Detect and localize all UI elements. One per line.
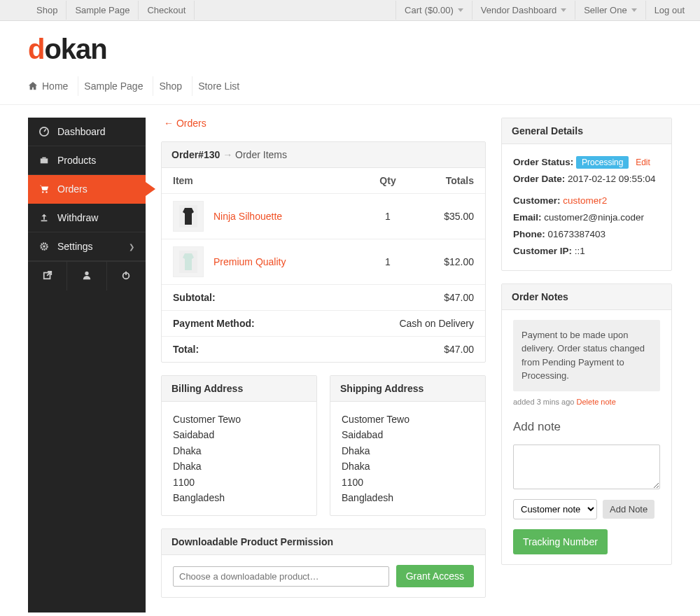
cart-label: Cart	[405, 5, 422, 15]
total-label: Total:	[173, 344, 370, 355]
order-item-row: Premium Quality 1 $12.00	[162, 239, 485, 285]
sidebar-item-label: Orders	[57, 183, 88, 195]
date-value: 2017-02-12 09:55:04	[568, 174, 655, 184]
user-icon	[82, 270, 92, 280]
order-item-row: Ninja Silhouette 1 $35.00	[162, 194, 485, 239]
topbar-logout[interactable]: Log out	[645, 1, 693, 20]
add-note-button[interactable]: Add Note	[603, 500, 654, 519]
upload-icon	[39, 213, 49, 223]
status-label: Order Status:	[513, 157, 573, 167]
date-label: Order Date:	[513, 174, 565, 184]
item-total: $12.00	[411, 256, 474, 267]
sidebar: Dashboard Products Orders Withdraw Setti…	[28, 118, 146, 612]
tracking-number-button[interactable]: Tracking Number	[513, 529, 608, 554]
shipping-body: Customer Tewo Saidabad Dhaka Dhaka 1100 …	[330, 402, 485, 515]
downloadable-permission-panel: Downloadable Product Permission Grant Ac…	[161, 528, 486, 598]
svg-point-7	[43, 245, 46, 248]
status-badge: Processing	[576, 156, 629, 169]
sidebar-item-label: Withdraw	[57, 212, 98, 223]
customer-label: Customer:	[513, 195, 561, 206]
delete-note-link[interactable]: Delete note	[577, 398, 616, 406]
general-title: General Details	[502, 118, 671, 144]
svg-point-4	[46, 191, 47, 192]
item-qty: 1	[370, 211, 405, 222]
billing-title: Billing Address	[162, 376, 316, 402]
sidebar-item-dashboard[interactable]: Dashboard	[28, 118, 146, 146]
nav-home[interactable]: Home	[28, 76, 78, 96]
product-link[interactable]: Premium Quality	[214, 256, 286, 267]
sidebar-external-link[interactable]	[28, 262, 67, 290]
add-note-textarea[interactable]	[513, 444, 660, 489]
topbar-vendor-dashboard[interactable]: Vendor Dashboard	[472, 1, 575, 20]
sidebar-item-withdraw[interactable]: Withdraw	[28, 204, 146, 232]
dpp-title: Downloadable Product Permission	[162, 529, 485, 555]
general-details-panel: General Details Order Status: Processing…	[501, 118, 672, 271]
header: dokan Home Sample Page Shop Store List	[0, 21, 700, 104]
col-totals: Totals	[411, 175, 474, 186]
email-label: Email:	[513, 212, 542, 223]
product-link[interactable]: Ninja Silhouette	[214, 211, 282, 222]
svg-point-9	[85, 272, 88, 275]
phone-value: 01673387403	[548, 229, 606, 239]
briefcase-icon	[39, 155, 49, 165]
downloadable-product-input[interactable]	[173, 566, 389, 587]
grant-access-button[interactable]: Grant Access	[396, 565, 474, 587]
topbar-seller[interactable]: Seller One	[575, 1, 645, 20]
note-type-select[interactable]: Customer note	[513, 499, 597, 519]
order-subtitle: Order Items	[235, 149, 287, 160]
col-qty: Qty	[370, 175, 405, 186]
edit-status-link[interactable]: Edit	[636, 158, 650, 167]
note-bubble: Payment to be made upon delivery. Order …	[513, 320, 660, 391]
nav-shop[interactable]: Shop	[159, 76, 192, 96]
nav-store-list[interactable]: Store List	[198, 76, 249, 96]
caret-down-icon	[631, 8, 637, 12]
arrow-right-icon: →	[223, 149, 235, 160]
sidebar-item-label: Settings	[57, 241, 93, 252]
back-to-orders-link[interactable]: ← Orders	[161, 118, 486, 129]
sidebar-profile[interactable]	[67, 262, 106, 290]
sidebar-item-label: Dashboard	[57, 126, 106, 137]
total-value: $47.00	[376, 344, 474, 355]
billing-address-panel: Billing Address Customer Tewo Saidabad D…	[161, 375, 317, 516]
shipping-title: Shipping Address	[330, 376, 485, 402]
external-icon	[43, 270, 52, 280]
dashboard-icon	[39, 127, 49, 136]
topbar-sample-page[interactable]: Sample Page	[66, 1, 139, 20]
shipping-address-panel: Shipping Address Customer Tewo Saidabad …	[330, 375, 486, 516]
chevron-right-icon: ❯	[129, 243, 134, 251]
customer-link[interactable]: customer2	[563, 195, 607, 206]
order-notes-panel: Order Notes Payment to be made upon deli…	[501, 284, 672, 566]
sidebar-power[interactable]	[107, 262, 146, 290]
sidebar-item-label: Products	[57, 155, 96, 166]
phone-label: Phone:	[513, 229, 545, 239]
cart-amount: ($0.00)	[425, 5, 454, 15]
nav-sample-page[interactable]: Sample Page	[84, 76, 153, 96]
product-thumbnail	[173, 246, 204, 277]
svg-rect-2	[42, 158, 46, 159]
main-nav: Home Sample Page Shop Store List	[28, 72, 672, 104]
item-total: $35.00	[411, 211, 474, 222]
sidebar-item-products[interactable]: Products	[28, 146, 146, 175]
notes-title: Order Notes	[502, 284, 671, 310]
topbar: Shop Sample Page Checkout Cart ($0.00) V…	[0, 0, 700, 21]
sidebar-item-settings[interactable]: Settings ❯	[28, 232, 146, 261]
cart-icon	[39, 184, 49, 194]
sidebar-item-orders[interactable]: Orders	[28, 175, 146, 204]
logo[interactable]: dokan	[28, 21, 672, 72]
item-qty: 1	[370, 256, 405, 267]
subtotal-value: $47.00	[376, 292, 474, 303]
caret-down-icon	[561, 8, 566, 12]
order-items-panel: Order#130 → Order Items Item Qty Totals …	[161, 141, 486, 363]
power-icon	[121, 270, 131, 280]
billing-body: Customer Tewo Saidabad Dhaka Dhaka 1100 …	[162, 402, 316, 515]
home-icon	[28, 81, 38, 91]
col-item: Item	[173, 175, 365, 186]
gear-icon	[39, 241, 49, 251]
order-title: Order#130	[172, 149, 220, 160]
add-note-label: Add note	[513, 414, 660, 441]
payment-method-label: Payment Method:	[173, 318, 370, 329]
topbar-shop[interactable]: Shop	[28, 1, 66, 20]
note-timestamp: added 3 mins ago	[513, 398, 574, 406]
topbar-cart[interactable]: Cart ($0.00)	[396, 1, 472, 20]
topbar-checkout[interactable]: Checkout	[139, 1, 195, 20]
